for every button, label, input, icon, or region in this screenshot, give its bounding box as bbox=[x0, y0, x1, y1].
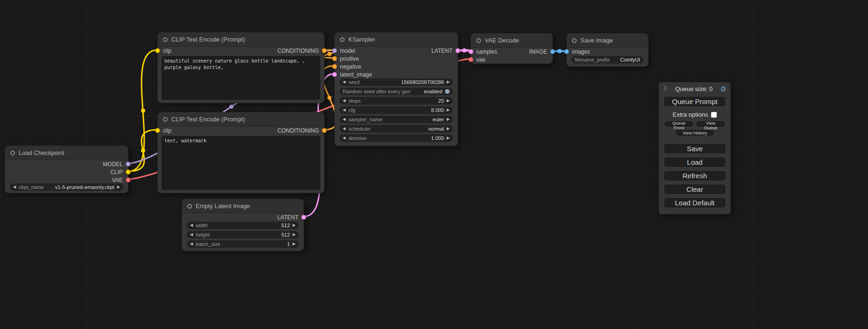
model-input-dot[interactable] bbox=[332, 48, 337, 53]
slot-label: clip bbox=[163, 48, 171, 54]
prev-value-arrow-icon[interactable]: ◀ bbox=[343, 127, 346, 131]
image-output-dot[interactable] bbox=[550, 49, 555, 54]
collapse-dot-icon[interactable] bbox=[340, 37, 345, 42]
increment-arrow-icon[interactable]: ▶ bbox=[447, 136, 450, 140]
denoise-widget[interactable]: ◀ denoise 1.000 ▶ bbox=[339, 134, 453, 142]
decrement-arrow-icon[interactable]: ◀ bbox=[343, 136, 346, 140]
node-title-bar[interactable]: Save Image bbox=[567, 34, 648, 48]
next-value-arrow-icon[interactable]: ▶ bbox=[447, 118, 450, 121]
node-load-checkpoint[interactable]: Load Checkpoint MODEL CLIP VAE ◀ ckpt_na… bbox=[5, 146, 128, 193]
samples-input-dot[interactable] bbox=[468, 49, 473, 54]
scheduler-widget[interactable]: ◀ scheduler normal ▶ bbox=[339, 125, 453, 133]
view-history-button[interactable]: View History bbox=[675, 129, 714, 136]
node-title-bar[interactable]: VAE Decode bbox=[471, 34, 552, 48]
node-graph-canvas[interactable]: Load Checkpoint MODEL CLIP VAE ◀ ckpt_na… bbox=[0, 0, 868, 329]
increment-arrow-icon[interactable]: ▶ bbox=[447, 99, 450, 103]
node-clip-text-encode-positive[interactable]: CLIP Text Encode (Prompt) clip CONDITION… bbox=[157, 32, 325, 103]
extra-options-checkbox[interactable] bbox=[711, 112, 717, 118]
next-value-arrow-icon[interactable]: ▶ bbox=[117, 185, 120, 189]
filename-prefix-widget[interactable]: filename_prefix ComfyUI bbox=[572, 56, 643, 63]
cfg-widget[interactable]: ◀ cfg 8.000 ▶ bbox=[339, 106, 453, 114]
settings-gear-icon[interactable]: ⚙ bbox=[720, 85, 727, 92]
clip-input-dot[interactable] bbox=[155, 48, 160, 53]
collapse-dot-icon[interactable] bbox=[10, 151, 15, 155]
wire-midpoint-dot bbox=[141, 148, 145, 153]
queue-front-button[interactable]: Queue Front bbox=[664, 120, 694, 127]
collapse-dot-icon[interactable] bbox=[187, 204, 192, 209]
node-clip-text-encode-negative[interactable]: CLIP Text Encode (Prompt) clip CONDITION… bbox=[157, 112, 325, 193]
clip-output-dot[interactable] bbox=[126, 169, 131, 175]
steps-widget[interactable]: ◀ steps 20 ▶ bbox=[339, 97, 453, 105]
collapse-dot-icon[interactable] bbox=[163, 37, 168, 42]
random-seed-widget[interactable]: Random seed after every gen enabled bbox=[339, 88, 453, 95]
prev-value-arrow-icon[interactable]: ◀ bbox=[343, 118, 346, 121]
latent-output-dot[interactable] bbox=[301, 215, 306, 220]
slot-label: LATENT bbox=[431, 48, 452, 54]
conditioning-output-dot[interactable] bbox=[322, 48, 327, 53]
drag-handle-icon[interactable]: ⠿ bbox=[663, 85, 668, 92]
increment-arrow-icon[interactable]: ▶ bbox=[447, 80, 450, 84]
sampler-name-widget[interactable]: ◀ sampler_name euler ▶ bbox=[339, 116, 453, 123]
load-default-button[interactable]: Load Default bbox=[663, 197, 726, 208]
node-title-bar[interactable]: CLIP Text Encode (Prompt) bbox=[158, 33, 324, 47]
node-title: KSampler bbox=[348, 36, 375, 43]
increment-arrow-icon[interactable]: ▶ bbox=[447, 108, 450, 112]
slot-label: MODEL bbox=[103, 161, 123, 168]
negative-input-dot[interactable] bbox=[332, 64, 337, 69]
increment-arrow-icon[interactable]: ▶ bbox=[293, 233, 296, 237]
positive-input-dot[interactable] bbox=[332, 56, 337, 61]
queue-controls-row: Queue Front View Queue bbox=[663, 119, 727, 128]
node-title: CLIP Text Encode (Prompt) bbox=[171, 36, 245, 43]
load-button[interactable]: Load bbox=[663, 157, 726, 168]
widget-label: width bbox=[196, 223, 278, 228]
increment-arrow-icon[interactable]: ▶ bbox=[293, 242, 296, 246]
collapse-dot-icon[interactable] bbox=[476, 38, 481, 43]
positive-prompt-textarea[interactable]: beautiful scenery nature glass bottle la… bbox=[162, 56, 320, 100]
vae-output-dot[interactable] bbox=[126, 177, 131, 182]
decrement-arrow-icon[interactable]: ◀ bbox=[343, 80, 346, 84]
width-widget[interactable]: ◀ width 512 ▶ bbox=[187, 222, 299, 229]
decrement-arrow-icon[interactable]: ◀ bbox=[343, 108, 346, 112]
decrement-arrow-icon[interactable]: ◀ bbox=[190, 242, 193, 246]
batch-size-widget[interactable]: ◀ batch_size 1 ▶ bbox=[187, 240, 299, 248]
node-title-bar[interactable]: KSampler bbox=[335, 33, 458, 47]
negative-prompt-textarea[interactable]: text, watermark bbox=[162, 136, 320, 190]
latent-image-input-dot[interactable] bbox=[332, 72, 337, 77]
save-button[interactable]: Save bbox=[663, 143, 726, 154]
widget-value: euler bbox=[432, 117, 444, 122]
increment-arrow-icon[interactable]: ▶ bbox=[293, 224, 296, 227]
ckpt-name-widget[interactable]: ◀ ckpt_name v1-5-pruned-emaonly.ckpt ▶ bbox=[10, 183, 123, 191]
node-title-bar[interactable]: Load Checkpoint bbox=[5, 146, 128, 160]
queue-prompt-button[interactable]: Queue Prompt bbox=[663, 96, 726, 107]
clip-input-dot[interactable] bbox=[155, 128, 160, 133]
collapse-dot-icon[interactable] bbox=[572, 38, 577, 43]
model-output-dot[interactable] bbox=[126, 161, 131, 167]
node-title-bar[interactable]: Empty Latent Image bbox=[182, 199, 303, 213]
node-title-bar[interactable]: CLIP Text Encode (Prompt) bbox=[158, 112, 324, 126]
clear-button[interactable]: Clear bbox=[663, 184, 726, 195]
decrement-arrow-icon[interactable]: ◀ bbox=[190, 224, 193, 227]
prev-value-arrow-icon[interactable]: ◀ bbox=[13, 185, 16, 189]
seed-widget[interactable]: ◀ seed 156680208700286 ▶ bbox=[339, 78, 453, 86]
comfy-menu-panel[interactable]: ⠿ Queue size: 0 ⚙ Queue Prompt Extra opt… bbox=[659, 82, 731, 214]
images-input-dot[interactable] bbox=[564, 49, 569, 54]
node-save-image[interactable]: Save Image images filename_prefix ComfyU… bbox=[566, 33, 649, 67]
latent-output-dot[interactable] bbox=[455, 48, 460, 53]
random-seed-toggle-icon[interactable] bbox=[445, 89, 450, 94]
node-vae-decode[interactable]: VAE Decode samples vae IMAGE bbox=[471, 33, 553, 64]
history-row: View History bbox=[663, 128, 727, 137]
input-slot-clip: clip bbox=[155, 126, 171, 134]
vae-input-dot[interactable] bbox=[468, 57, 473, 62]
node-empty-latent-image[interactable]: Empty Latent Image LATENT ◀ width 512 ▶ … bbox=[182, 199, 304, 251]
collapse-dot-icon[interactable] bbox=[163, 117, 168, 122]
view-queue-button[interactable]: View Queue bbox=[696, 120, 726, 127]
widget-value: 20 bbox=[438, 98, 444, 104]
height-widget[interactable]: ◀ height 512 ▶ bbox=[187, 231, 299, 238]
node-ksampler[interactable]: KSampler model positive negative latent_… bbox=[334, 32, 458, 146]
decrement-arrow-icon[interactable]: ◀ bbox=[343, 99, 346, 103]
conditioning-output-dot[interactable] bbox=[322, 128, 327, 133]
refresh-button[interactable]: Refresh bbox=[663, 170, 726, 181]
widget-value: 512 bbox=[281, 232, 289, 238]
decrement-arrow-icon[interactable]: ◀ bbox=[190, 233, 193, 237]
next-value-arrow-icon[interactable]: ▶ bbox=[447, 127, 450, 131]
